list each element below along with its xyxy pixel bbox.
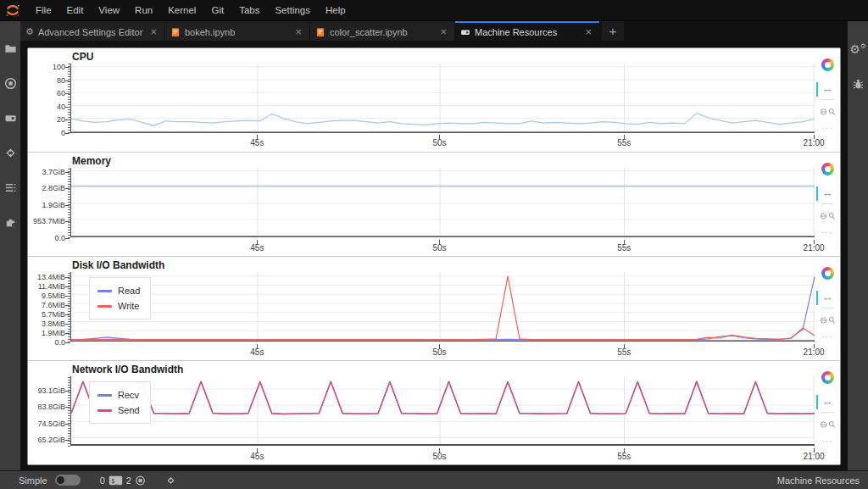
y-tick-label: 80: [28, 76, 65, 85]
bokeh-toolbar: ↔···: [817, 267, 837, 342]
pan-tool-button[interactable]: ↔: [822, 292, 833, 303]
sidebar-item-git[interactable]: [0, 136, 20, 170]
git-icon: [4, 147, 17, 159]
close-icon[interactable]: ×: [582, 25, 594, 38]
tab-bar: ⚙Advanced Settings Editor×bokeh.ipynb×co…: [20, 21, 848, 41]
sidebar-item-debugger[interactable]: [848, 66, 868, 101]
sidebar-item-extension-manager[interactable]: [0, 205, 20, 240]
sidebar-item-running-sessions[interactable]: [0, 66, 20, 101]
folder-icon: [4, 42, 17, 55]
y-tick-label: 9.5MiB: [28, 292, 65, 300]
toolbar-divider: [821, 308, 833, 308]
simple-mode-toggle[interactable]: [55, 475, 81, 486]
chart-canvas[interactable]: [71, 168, 815, 236]
plot-area[interactable]: [70, 272, 815, 342]
menu-view[interactable]: View: [91, 0, 127, 20]
y-tick-mark: [65, 296, 70, 297]
sidebar-item-file-browser[interactable]: [0, 31, 20, 66]
notebook-icon: [315, 27, 326, 37]
running-icon: [4, 77, 17, 90]
chart-title: Memory: [72, 155, 111, 167]
reset-tool-button[interactable]: [820, 313, 827, 328]
reset-tool-button[interactable]: [820, 417, 827, 432]
close-icon[interactable]: ×: [147, 25, 159, 38]
chart-legend: RecvSend: [89, 381, 151, 424]
menu-run[interactable]: Run: [127, 0, 160, 20]
menu-git[interactable]: Git: [203, 0, 231, 20]
chart-canvas[interactable]: [71, 272, 815, 340]
x-tick-label: 55s: [617, 243, 631, 253]
y-tick-label: 83.8GiB: [28, 403, 65, 411]
y-tick-mark: [65, 81, 70, 81]
sidebar-item-table-of-contents[interactable]: [0, 170, 20, 205]
tab-machine-resources[interactable]: Machine Resources×: [455, 21, 599, 41]
plot-area[interactable]: [70, 376, 815, 446]
x-tick-label: 21:00: [804, 243, 825, 253]
x-tick-label: 21:00: [804, 138, 825, 147]
tab-color-scatter-ipynb[interactable]: color_scatter.ipynb×: [310, 21, 454, 41]
menu-tabs[interactable]: Tabs: [231, 0, 267, 20]
legend-label: Recv: [118, 390, 139, 400]
x-tick-label: 45s: [250, 452, 264, 461]
bokeh-logo-icon[interactable]: [821, 58, 834, 71]
menu-settings[interactable]: Settings: [267, 0, 318, 20]
sidebar-item-property-inspector[interactable]: ⚙⚙: [848, 31, 868, 66]
tab-advanced-settings-editor[interactable]: ⚙Advanced Settings Editor×: [20, 21, 164, 41]
reset-tool-button[interactable]: [820, 104, 827, 119]
left-sidebar: [0, 21, 20, 470]
inspect-tool-button[interactable]: [828, 104, 836, 119]
toolbar-more-button[interactable]: ···: [822, 125, 833, 133]
x-tick-label: 50s: [432, 243, 446, 253]
new-tab-button[interactable]: +: [602, 21, 624, 41]
plot-area[interactable]: [70, 64, 815, 133]
close-icon[interactable]: ×: [292, 25, 304, 38]
running-sessions-status[interactable]: 0 $_ 2: [100, 475, 146, 486]
y-tick-label: 20: [28, 115, 65, 124]
bokeh-toolbar: ↔···: [817, 163, 837, 237]
y-tick-mark: [65, 424, 70, 425]
chart-canvas[interactable]: [71, 376, 815, 444]
y-tick-mark: [65, 133, 70, 134]
plot-area[interactable]: [70, 168, 815, 237]
inspect-tool-button[interactable]: [828, 417, 836, 432]
y-tick-label: 0.0: [28, 338, 65, 347]
inspect-tool-button[interactable]: [828, 208, 836, 224]
active-tool-indicator: [816, 291, 818, 305]
toolbar-more-button[interactable]: ···: [822, 229, 833, 237]
toolbar-more-button[interactable]: ···: [822, 437, 833, 446]
dashboard-icon: [4, 112, 17, 125]
menu-file[interactable]: File: [28, 0, 59, 20]
y-tick-mark: [65, 305, 70, 306]
axis-minor-ticks: [68, 273, 70, 342]
extension-icon: [4, 216, 17, 229]
toolbar-tools-row: [820, 104, 836, 119]
bokeh-logo-icon[interactable]: [821, 371, 834, 384]
y-tick-label: 60: [28, 89, 65, 97]
y-tick-label: 13.4MiB: [28, 273, 65, 281]
close-icon[interactable]: ×: [437, 25, 449, 38]
bokeh-logo-icon[interactable]: [821, 163, 834, 175]
axis-minor-ticks: [68, 169, 70, 238]
y-tick-label: 5.7MiB: [28, 310, 65, 319]
menu-help[interactable]: Help: [318, 0, 353, 20]
sidebar-item-machine-resources[interactable]: [0, 101, 20, 136]
y-tick-mark: [65, 238, 70, 239]
menu-kernel[interactable]: Kernel: [160, 0, 203, 20]
menu-edit[interactable]: Edit: [59, 0, 92, 20]
reset-tool-button[interactable]: [820, 208, 827, 224]
pan-tool-button[interactable]: ↔: [822, 187, 833, 198]
x-tick-label: 50s: [432, 138, 446, 147]
toolbar-more-button[interactable]: ···: [822, 333, 833, 342]
pan-tool-button[interactable]: ↔: [822, 396, 833, 407]
inspect-tool-button[interactable]: [828, 313, 836, 328]
git-status-button[interactable]: [165, 475, 176, 486]
chart-canvas[interactable]: [71, 64, 815, 131]
toolbar-tools-row: [820, 417, 836, 432]
tab-bokeh-ipynb[interactable]: bokeh.ipynb×: [165, 21, 309, 41]
legend-item-recv: Recv: [97, 387, 140, 403]
x-tick-label: 45s: [250, 138, 264, 147]
chart-disk-i-o-bandwidth: Disk I/O Bandwidth13.4MiB11.4MiB9.5MiB7.…: [28, 256, 840, 360]
pan-tool-button[interactable]: ↔: [822, 83, 833, 94]
bokeh-logo-icon[interactable]: [821, 267, 834, 280]
notebook-icon: [170, 27, 181, 37]
